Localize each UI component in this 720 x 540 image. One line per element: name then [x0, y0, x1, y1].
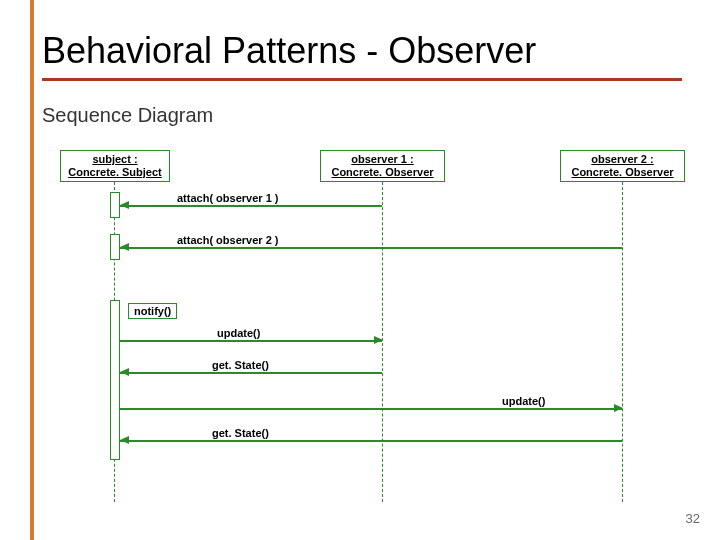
- activation-subject: [110, 300, 120, 460]
- lifeline-box-observer1: observer 1 : Concrete. Observer: [320, 150, 445, 182]
- message-label-notify: notify(): [128, 303, 177, 319]
- slide-subtitle: Sequence Diagram: [42, 104, 213, 127]
- lifeline-name: observer 2 :: [591, 153, 653, 165]
- message-label-update2: update(): [500, 395, 547, 407]
- message-label-attach1: attach( observer 1 ): [175, 192, 280, 204]
- message-line: [120, 205, 382, 207]
- arrow-left-icon: [120, 368, 129, 376]
- message-label-getstate1: get. State(): [210, 359, 271, 371]
- message-label-attach2: attach( observer 2 ): [175, 234, 280, 246]
- slide-title: Behavioral Patterns - Observer: [42, 30, 682, 81]
- arrow-right-icon: [374, 336, 383, 344]
- arrow-left-icon: [120, 436, 129, 444]
- message-line: [120, 372, 382, 374]
- activation-subject: [110, 192, 120, 218]
- arrow-right-icon: [614, 404, 623, 412]
- slide-accent-rail: [30, 0, 34, 540]
- message-label-getstate2: get. State(): [210, 427, 271, 439]
- lifeline-type: Concrete. Observer: [571, 166, 673, 178]
- arrow-left-icon: [120, 243, 129, 251]
- message-line: [120, 440, 622, 442]
- message-label-update1: update(): [215, 327, 262, 339]
- arrow-left-icon: [120, 201, 129, 209]
- message-line: [120, 340, 382, 342]
- message-line: [120, 408, 622, 410]
- lifeline-observer2: [622, 182, 623, 502]
- lifeline-box-subject: subject : Concrete. Subject: [60, 150, 170, 182]
- lifeline-type: Concrete. Subject: [68, 166, 162, 178]
- lifeline-name: subject :: [92, 153, 137, 165]
- page-number: 32: [686, 511, 700, 526]
- lifeline-name: observer 1 :: [351, 153, 413, 165]
- lifeline-type: Concrete. Observer: [331, 166, 433, 178]
- message-line: [120, 247, 622, 249]
- activation-subject: [110, 234, 120, 260]
- lifeline-box-observer2: observer 2 : Concrete. Observer: [560, 150, 685, 182]
